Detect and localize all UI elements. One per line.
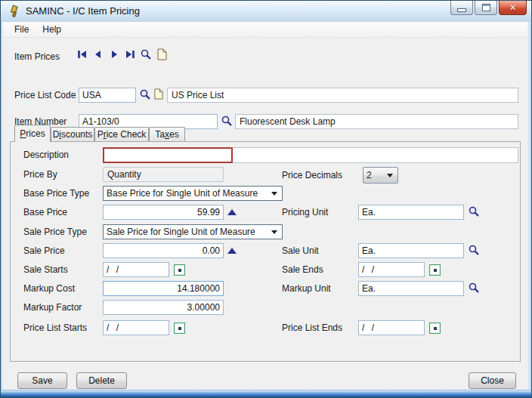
go-previous-icon[interactable] <box>92 48 104 60</box>
description-label: Description <box>23 150 69 160</box>
price-list-ends-label: Price List Ends <box>282 322 342 333</box>
dropdown-arrow-icon <box>387 174 393 177</box>
tab-prices[interactable]: Prices <box>14 125 51 142</box>
close-action-button[interactable]: Close <box>469 372 516 389</box>
base-price-label: Base Price <box>23 207 67 218</box>
sale-unit-finder-icon[interactable] <box>468 244 480 256</box>
sale-starts-calendar-icon[interactable] <box>174 264 185 276</box>
menu-help[interactable]: Help <box>36 23 68 36</box>
sale-price-label: Sale Price <box>23 245 65 256</box>
price-decimals-label: Price Decimals <box>282 170 342 180</box>
save-button[interactable]: Save <box>17 372 67 389</box>
window-title: SAMINC - I/C Item Pricing <box>26 5 140 17</box>
go-last-icon[interactable] <box>124 48 136 60</box>
sale-price-drilldown-icon[interactable] <box>227 248 237 254</box>
price-decimals-dropdown[interactable]: 2 <box>363 167 398 184</box>
base-price-drilldown-icon[interactable] <box>227 209 237 215</box>
go-first-icon[interactable] <box>76 48 88 60</box>
price-list-code-label: Price List Code <box>14 90 76 100</box>
minimize-icon <box>457 8 466 12</box>
price-by-value: Quantity <box>103 167 224 182</box>
sale-price-type-label: Sale Price Type <box>23 227 87 237</box>
window: SAMINC - I/C Item Pricing ✕ File Help It… <box>0 0 532 398</box>
pricing-unit-finder-icon[interactable] <box>468 205 480 218</box>
app-icon <box>8 5 21 18</box>
record-nav-label: Item Prices <box>14 51 60 62</box>
sale-ends-label: Sale Ends <box>282 264 323 275</box>
sale-starts-input[interactable] <box>103 262 169 277</box>
pricing-unit-label: Pricing Unit <box>282 207 328 218</box>
minimize-button[interactable] <box>450 1 473 15</box>
markup-unit-label: Markup Unit <box>282 283 331 294</box>
record-nav-icons <box>76 48 168 60</box>
maximize-icon <box>482 4 490 11</box>
delete-button[interactable]: Delete <box>76 372 127 389</box>
markup-unit-finder-icon[interactable] <box>468 282 480 294</box>
sale-unit-label: Sale Unit <box>282 245 319 256</box>
markup-factor-label: Markup Factor <box>23 302 82 313</box>
dropdown-arrow-icon <box>271 230 277 234</box>
base-price-type-label: Base Price Type <box>23 188 89 199</box>
sale-price-input[interactable] <box>103 243 224 258</box>
menu-file[interactable]: File <box>8 23 36 36</box>
item-number-finder-icon[interactable] <box>221 115 233 127</box>
tab-price-check[interactable]: Price Check <box>94 127 149 141</box>
close-icon: ✕ <box>509 3 516 13</box>
dropdown-arrow-icon <box>271 192 277 196</box>
pricing-unit-input[interactable] <box>358 205 464 220</box>
sale-ends-input[interactable] <box>358 262 425 277</box>
tab-discounts[interactable]: Discounts <box>51 127 94 141</box>
finder-icon[interactable] <box>140 48 152 60</box>
price-list-finder-icon[interactable] <box>139 88 151 100</box>
item-description: Fluorescent Desk Lamp <box>235 114 518 129</box>
markup-unit-input[interactable] <box>358 281 464 296</box>
window-frame-left <box>1 22 2 390</box>
sale-ends-calendar-icon[interactable] <box>429 264 441 276</box>
sale-starts-label: Sale Starts <box>23 264 68 275</box>
price-list-new-icon[interactable] <box>153 88 164 100</box>
price-list-ends-calendar-icon[interactable] <box>429 322 441 334</box>
titlebar[interactable]: SAMINC - I/C Item Pricing ✕ <box>1 1 531 23</box>
sale-unit-input[interactable] <box>358 243 464 258</box>
price-list-ends-input[interactable] <box>358 320 425 335</box>
price-list-starts-calendar-icon[interactable] <box>174 322 185 334</box>
caption-buttons: ✕ <box>450 1 527 15</box>
description-input[interactable] <box>103 147 233 163</box>
window-frame-bottom <box>1 390 531 397</box>
window-frame-right <box>527 22 531 390</box>
price-list-starts-label: Price List Starts <box>23 322 87 333</box>
price-list-description: US Price List <box>167 88 518 103</box>
go-next-icon[interactable] <box>108 48 120 60</box>
markup-cost-input[interactable] <box>103 281 224 296</box>
sale-price-type-dropdown[interactable]: Sale Price for Single Unit of Measure <box>103 224 283 239</box>
maximize-button[interactable] <box>475 1 497 15</box>
price-by-label: Price By <box>23 169 57 180</box>
markup-cost-label: Markup Cost <box>23 283 75 294</box>
new-record-icon[interactable] <box>156 48 168 60</box>
menu-bar: File Help <box>2 22 530 38</box>
price-list-starts-input[interactable] <box>103 320 169 335</box>
base-price-type-dropdown[interactable]: Base Price for Single Unit of Measure <box>103 186 283 201</box>
close-button[interactable]: ✕ <box>499 1 527 15</box>
markup-factor-input[interactable] <box>103 300 224 315</box>
base-price-input[interactable] <box>103 205 224 220</box>
price-list-code-input[interactable] <box>79 88 136 103</box>
tab-taxes[interactable]: Taxes <box>149 127 185 141</box>
